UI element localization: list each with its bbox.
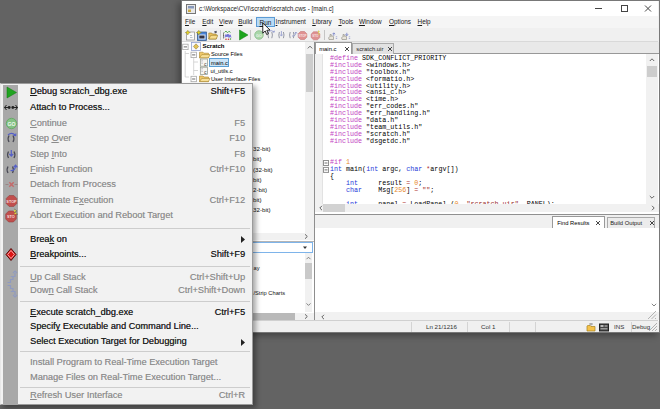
svg-text:STOP: STOP [6,199,17,203]
svg-text:c: c [204,62,207,67]
svg-text:GO: GO [7,120,15,126]
svg-text:STO: STO [312,34,319,38]
svg-text:STOP: STOP [299,33,307,37]
svg-text:c: c [204,70,207,75]
svg-text:STO: STO [6,215,14,219]
